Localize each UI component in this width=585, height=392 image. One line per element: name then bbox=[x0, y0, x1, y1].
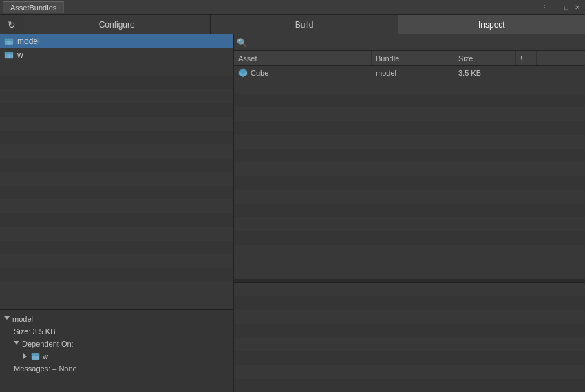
toolbar: ↻ Configure Build Inspect bbox=[0, 15, 585, 34]
td-bundle: model bbox=[372, 69, 454, 77]
refresh-button[interactable]: ↻ bbox=[0, 15, 23, 34]
tab-configure[interactable]: Configure bbox=[23, 15, 211, 34]
empty-row bbox=[234, 121, 585, 135]
table-header: Asset Bundle Size ! bbox=[234, 51, 585, 66]
empty-row bbox=[234, 204, 585, 217]
empty-row bbox=[234, 310, 585, 324]
empty-row bbox=[234, 217, 585, 231]
package-icon bbox=[4, 36, 14, 46]
th-size: Size bbox=[454, 51, 516, 65]
bundle-list[interactable]: model w bbox=[0, 34, 233, 309]
empty-row bbox=[0, 144, 233, 158]
info-size: Size: 3.5 KB bbox=[14, 325, 56, 338]
empty-row bbox=[234, 324, 585, 338]
bundle-item-w-label: w bbox=[17, 50, 23, 60]
info-messages: Messages: – None bbox=[14, 362, 77, 375]
empty-row bbox=[0, 268, 233, 282]
menu-icon[interactable]: ⋮ bbox=[540, 3, 549, 12]
asset-name: Cube bbox=[251, 69, 268, 77]
td-asset: Cube bbox=[234, 68, 372, 78]
empty-row bbox=[234, 149, 585, 162]
empty-row bbox=[234, 379, 585, 392]
empty-row bbox=[0, 131, 233, 144]
title-bar-left: AssetBundles bbox=[3, 1, 64, 13]
empty-row bbox=[234, 351, 585, 365]
minimize-button[interactable]: — bbox=[551, 3, 560, 12]
right-panel: 🔍 Asset Bundle Size ! bbox=[234, 34, 585, 392]
bundle-icon-model bbox=[4, 36, 14, 46]
empty-row bbox=[0, 117, 233, 131]
svg-rect-9 bbox=[32, 353, 39, 356]
main-layout: model w bbox=[0, 34, 585, 392]
maximize-button[interactable]: □ bbox=[562, 3, 571, 12]
expand-triangle-w[interactable] bbox=[23, 353, 27, 359]
info-dependent-label: Dependent On: bbox=[22, 338, 74, 350]
bottom-right-panel bbox=[234, 282, 585, 392]
empty-row bbox=[234, 338, 585, 351]
td-size: 3.5 KB bbox=[454, 69, 516, 77]
empty-row bbox=[234, 80, 585, 94]
bottom-stripe-rows bbox=[234, 283, 585, 392]
svg-rect-5 bbox=[5, 52, 13, 54]
package-icon-small bbox=[31, 352, 40, 361]
table-row[interactable]: Cube model 3.5 KB bbox=[234, 66, 585, 80]
svg-rect-1 bbox=[5, 39, 13, 41]
th-extra: ! bbox=[516, 51, 537, 65]
info-dependent-item-label: w bbox=[43, 350, 48, 362]
th-asset: Asset bbox=[234, 51, 372, 65]
info-bundle-name: model bbox=[12, 313, 33, 325]
package-icon-w bbox=[4, 50, 14, 60]
info-size-row: Size: 3.5 KB bbox=[4, 325, 229, 338]
info-messages-row: Messages: – None bbox=[4, 362, 229, 375]
search-icon: 🔍 bbox=[237, 38, 247, 47]
empty-asset-rows bbox=[234, 80, 585, 245]
collapse-triangle-model[interactable] bbox=[4, 316, 10, 323]
close-button[interactable]: ✕ bbox=[573, 3, 582, 12]
tab-inspect[interactable]: Inspect bbox=[398, 15, 585, 34]
collapse-triangle-dependent[interactable] bbox=[14, 341, 19, 347]
empty-row bbox=[0, 158, 233, 172]
info-bundle-name-row: model bbox=[4, 313, 229, 325]
bundle-item-model[interactable]: model bbox=[0, 34, 233, 48]
window-controls: ⋮ — □ ✕ bbox=[540, 3, 582, 12]
table-body: Cube model 3.5 KB bbox=[234, 66, 585, 279]
empty-row bbox=[234, 176, 585, 190]
toolbar-tabs: Configure Build Inspect bbox=[23, 15, 585, 34]
bundle-item-w[interactable]: w bbox=[0, 48, 233, 62]
refresh-icon: ↻ bbox=[8, 19, 16, 30]
empty-row bbox=[0, 241, 233, 254]
bundle-item-model-label: model bbox=[17, 36, 40, 46]
window-tab[interactable]: AssetBundles bbox=[3, 1, 64, 13]
empty-row bbox=[0, 76, 233, 89]
search-bar: 🔍 bbox=[234, 34, 585, 51]
title-bar: AssetBundles ⋮ — □ ✕ bbox=[0, 0, 585, 15]
cube-icon bbox=[238, 68, 248, 78]
empty-row bbox=[234, 231, 585, 245]
info-panel: model Size: 3.5 KB Dependent On: w Messa… bbox=[0, 309, 233, 392]
bundle-icon-w bbox=[4, 50, 14, 60]
empty-row bbox=[0, 186, 233, 199]
empty-row bbox=[234, 107, 585, 121]
empty-row bbox=[0, 172, 233, 186]
empty-row bbox=[0, 89, 233, 103]
asset-table: Asset Bundle Size ! Cube mode bbox=[234, 51, 585, 279]
info-dependent-row: Dependent On: bbox=[4, 338, 229, 350]
tab-build[interactable]: Build bbox=[211, 15, 398, 34]
empty-row bbox=[0, 213, 233, 227]
info-dependent-item-w: w bbox=[4, 350, 229, 362]
empty-row bbox=[0, 254, 233, 268]
left-panel: model w bbox=[0, 34, 234, 392]
empty-bundle-rows bbox=[0, 62, 233, 282]
th-bundle: Bundle bbox=[372, 51, 454, 65]
search-input[interactable] bbox=[250, 38, 582, 47]
empty-row bbox=[234, 162, 585, 176]
empty-row bbox=[234, 365, 585, 379]
empty-row bbox=[0, 199, 233, 213]
empty-row bbox=[0, 103, 233, 117]
empty-row bbox=[234, 190, 585, 204]
empty-row bbox=[234, 283, 585, 296]
empty-row bbox=[234, 135, 585, 149]
empty-row bbox=[234, 94, 585, 107]
empty-row bbox=[234, 296, 585, 310]
empty-row bbox=[0, 227, 233, 241]
